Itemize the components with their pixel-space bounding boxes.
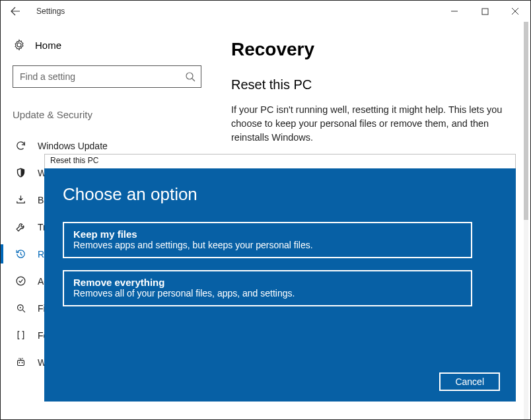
- refresh-icon: [14, 140, 27, 151]
- backup-icon: [14, 194, 27, 205]
- home-label: Home: [35, 40, 61, 51]
- option-desc: Removes apps and settings, but keeps you…: [73, 240, 462, 250]
- robot-icon: [14, 357, 27, 368]
- maximize-icon: [481, 8, 489, 15]
- section-text: If your PC isn't running well, resetting…: [231, 103, 515, 145]
- gear-icon: [13, 39, 26, 51]
- svg-point-7: [21, 362, 22, 363]
- svg-rect-0: [482, 9, 488, 15]
- section-title: Reset this PC: [231, 77, 517, 92]
- brackets-icon: [14, 330, 27, 341]
- svg-point-2: [17, 277, 25, 285]
- shield-icon: [14, 167, 27, 178]
- window-title: Settings: [30, 7, 65, 16]
- page-title: Recovery: [231, 39, 517, 60]
- option-title: Keep my files: [73, 228, 462, 240]
- minimize-button[interactable]: [439, 1, 470, 22]
- minimize-icon: [450, 7, 458, 15]
- option-keep-my-files[interactable]: Keep my filesRemoves apps and settings, …: [63, 222, 472, 258]
- wrench-icon: [14, 221, 27, 232]
- close-icon: [511, 7, 519, 15]
- svg-point-1: [186, 73, 193, 79]
- search-placeholder: Find a setting: [20, 71, 75, 82]
- search-input[interactable]: Find a setting: [13, 65, 201, 88]
- check-icon: [14, 275, 27, 287]
- home-button[interactable]: Home: [13, 39, 203, 51]
- svg-point-6: [18, 362, 20, 363]
- category-label: Update & Security: [13, 109, 203, 120]
- scrollbar[interactable]: [524, 22, 528, 419]
- maximize-button[interactable]: [470, 1, 500, 22]
- sidebar-item-label: Windows Update: [38, 141, 108, 151]
- dialog-title: Reset this PC: [44, 154, 516, 168]
- option-title: Remove everything: [73, 277, 462, 288]
- reset-pc-dialog: Reset this PC Choose an option Keep my f…: [44, 154, 516, 402]
- option-remove-everything[interactable]: Remove everythingRemoves all of your per…: [63, 270, 472, 306]
- option-desc: Removes all of your personal files, apps…: [73, 288, 462, 298]
- cancel-button[interactable]: Cancel: [439, 372, 500, 391]
- history-icon: [14, 248, 27, 260]
- back-button[interactable]: [1, 6, 30, 17]
- arrow-left-icon: [10, 6, 20, 17]
- search-icon: [185, 71, 195, 82]
- scrollbar-thumb[interactable]: [524, 22, 528, 220]
- close-button[interactable]: [500, 1, 530, 22]
- dialog-heading: Choose an option: [63, 184, 497, 205]
- find-icon: [14, 302, 27, 314]
- svg-rect-5: [17, 361, 24, 366]
- window-titlebar: Settings: [1, 1, 530, 22]
- svg-point-4: [19, 307, 20, 308]
